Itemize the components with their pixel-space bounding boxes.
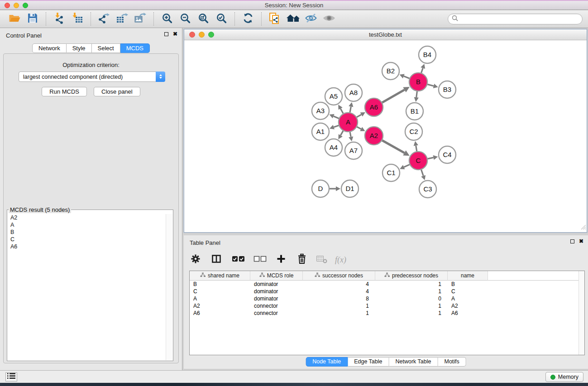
- result-item[interactable]: C: [8, 236, 165, 243]
- column-header-predecessor-nodes[interactable]: predecessor nodes: [375, 271, 448, 281]
- float-panel-icon[interactable]: [164, 32, 168, 36]
- import-table-button[interactable]: [70, 12, 85, 26]
- table-tab-network-table[interactable]: Network Table: [389, 357, 438, 367]
- search-field[interactable]: [448, 14, 583, 24]
- show-eye-button[interactable]: [322, 12, 336, 26]
- close-panel-button[interactable]: Close panel: [94, 87, 140, 96]
- select-all-button[interactable]: [232, 255, 245, 265]
- node-A7[interactable]: A7: [345, 142, 362, 159]
- table-tab-edge-table[interactable]: Edge Table: [348, 357, 389, 367]
- node-C2[interactable]: C2: [405, 123, 422, 140]
- edge-A-A5[interactable]: [338, 105, 343, 114]
- scrollbar-track[interactable]: [578, 271, 584, 355]
- hide-panels-button[interactable]: [304, 12, 318, 26]
- table-row[interactable]: A2connector11A2: [190, 302, 584, 310]
- home-view-button[interactable]: [286, 12, 300, 26]
- column-header-MCDS-role[interactable]: MCDS role: [250, 271, 303, 281]
- node-D[interactable]: D: [312, 180, 329, 197]
- task-history-button[interactable]: [5, 372, 17, 381]
- table-row[interactable]: Bdominator41B: [190, 281, 584, 288]
- save-session-button[interactable]: [25, 12, 40, 26]
- edge-A-A6[interactable]: [357, 112, 365, 117]
- edge-D-D1[interactable]: [330, 186, 340, 191]
- resize-grip-icon[interactable]: [580, 224, 586, 232]
- column-header-name[interactable]: name: [448, 271, 488, 281]
- zoom-in-button[interactable]: [160, 12, 174, 26]
- node-B4[interactable]: B4: [419, 46, 436, 63]
- result-item[interactable]: A6: [8, 243, 165, 250]
- settings-gear-button[interactable]: [190, 253, 201, 266]
- network-window-titlebar[interactable]: testGlobe.txt: [184, 29, 587, 40]
- node-A4[interactable]: A4: [325, 139, 342, 156]
- delete-column-button[interactable]: [297, 253, 307, 266]
- scrollbar-track[interactable]: [166, 214, 172, 360]
- table-row[interactable]: Cdominator41C: [190, 288, 584, 295]
- tab-select[interactable]: Select: [92, 43, 120, 53]
- tab-style[interactable]: Style: [67, 43, 92, 53]
- edge-A-A7[interactable]: [349, 132, 353, 142]
- open-session-button[interactable]: [7, 12, 22, 26]
- node-A8[interactable]: A8: [345, 84, 362, 101]
- node-B[interactable]: B: [409, 73, 427, 91]
- column-layout-button[interactable]: [211, 253, 222, 266]
- close-panel-icon[interactable]: ✖: [579, 239, 583, 243]
- column-header-shared-name[interactable]: shared name: [190, 271, 250, 281]
- edge-C-C2[interactable]: [414, 141, 418, 152]
- add-column-button[interactable]: [276, 254, 286, 266]
- export-table-button[interactable]: [115, 12, 129, 26]
- refresh-layout-button[interactable]: [241, 12, 255, 26]
- node-A[interactable]: A: [339, 113, 358, 132]
- node-C4[interactable]: C4: [439, 146, 456, 163]
- edge-B-B2[interactable]: [400, 74, 410, 79]
- criterion-dropdown[interactable]: largest connected component (directed): [19, 71, 165, 82]
- table-row[interactable]: A6connector11A6: [190, 310, 584, 317]
- node-A3[interactable]: A3: [312, 102, 329, 119]
- node-B3[interactable]: B3: [439, 81, 456, 98]
- node-D1[interactable]: D1: [341, 180, 359, 197]
- edge-A-A4[interactable]: [338, 131, 343, 139]
- edge-A-A3[interactable]: [329, 114, 339, 119]
- node-A5[interactable]: A5: [325, 88, 342, 105]
- edge-A-A8[interactable]: [349, 102, 353, 113]
- zoom-fit-button[interactable]: [196, 12, 210, 26]
- result-item[interactable]: A: [8, 221, 165, 229]
- node-B1[interactable]: B1: [406, 103, 423, 120]
- node-C3[interactable]: C3: [419, 181, 436, 198]
- edge-C-C4[interactable]: [428, 155, 438, 160]
- memory-button[interactable]: Memory: [545, 372, 583, 382]
- result-item[interactable]: B: [8, 229, 165, 236]
- edge-A2-C[interactable]: [382, 140, 410, 156]
- zoom-out-button[interactable]: [178, 12, 192, 26]
- zoom-selected-button[interactable]: [214, 12, 229, 26]
- edge-A6-B[interactable]: [382, 87, 410, 103]
- network-canvas[interactable]: AA1A2A3A4A5A6A7A8BB1B2B3B4CC1C2C3C4DD1: [184, 41, 587, 233]
- result-item[interactable]: A2: [8, 214, 165, 221]
- node-C1[interactable]: C1: [382, 164, 400, 181]
- edge-C-C1[interactable]: [400, 165, 410, 169]
- table-tab-node-table[interactable]: Node Table: [306, 357, 348, 367]
- table-tab-motifs[interactable]: Motifs: [438, 357, 466, 367]
- edge-A-A1[interactable]: [330, 125, 339, 129]
- column-header-successor-nodes[interactable]: successor nodes: [303, 271, 375, 281]
- edge-C-C3[interactable]: [421, 170, 425, 180]
- table-row[interactable]: Adominator80A: [190, 295, 584, 302]
- clone-network-button[interactable]: [268, 12, 282, 26]
- search-input[interactable]: [459, 15, 578, 23]
- tab-mcds[interactable]: MCDS: [120, 43, 150, 53]
- run-mcds-button[interactable]: Run MCDS: [42, 87, 87, 96]
- edge-B-B4[interactable]: [421, 64, 425, 73]
- apply-function-button[interactable]: f(x): [335, 255, 346, 265]
- export-image-button[interactable]: [133, 12, 148, 26]
- delete-table-button[interactable]: [316, 254, 328, 266]
- export-network-button[interactable]: [97, 12, 111, 26]
- deselect-all-button[interactable]: [253, 255, 267, 265]
- import-network-button[interactable]: [52, 12, 67, 26]
- tab-network[interactable]: Network: [32, 43, 67, 53]
- node-B2[interactable]: B2: [382, 62, 399, 80]
- node-A2[interactable]: A2: [365, 127, 383, 145]
- float-panel-icon[interactable]: [570, 239, 574, 243]
- edge-A-A2[interactable]: [357, 127, 365, 131]
- close-panel-icon[interactable]: ✖: [173, 32, 177, 36]
- node-C[interactable]: C: [409, 152, 427, 170]
- edge-B-B1[interactable]: [414, 91, 419, 102]
